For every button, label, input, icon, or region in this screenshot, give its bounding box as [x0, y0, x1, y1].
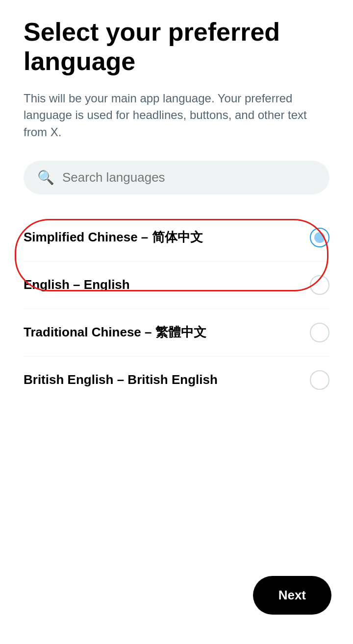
- language-label-english: English – English: [24, 276, 310, 293]
- language-item-english[interactable]: English – English: [24, 262, 329, 309]
- language-item-british-english[interactable]: British English – British English: [24, 357, 329, 404]
- next-button-container: Next: [253, 576, 331, 615]
- language-label-traditional-chinese: Traditional Chinese – 繁體中文: [24, 324, 310, 341]
- language-item-simplified-chinese[interactable]: Simplified Chinese – 简体中文: [24, 214, 329, 262]
- page-description: This will be your main app language. You…: [24, 90, 329, 141]
- page-container: Select your preferred language This will…: [0, 0, 353, 482]
- language-label-british-english: British English – British English: [24, 371, 310, 388]
- next-button[interactable]: Next: [253, 576, 331, 615]
- language-list: Simplified Chinese – 简体中文 English – Engl…: [24, 214, 329, 404]
- radio-traditional-chinese[interactable]: [310, 323, 329, 342]
- page-title: Select your preferred language: [24, 18, 329, 76]
- search-bar[interactable]: 🔍: [24, 161, 329, 194]
- language-item-traditional-chinese[interactable]: Traditional Chinese – 繁體中文: [24, 309, 329, 357]
- search-icon: 🔍: [37, 169, 54, 186]
- radio-simplified-chinese[interactable]: [310, 228, 329, 247]
- radio-english[interactable]: [310, 275, 329, 295]
- search-input[interactable]: [62, 170, 316, 185]
- radio-british-english[interactable]: [310, 370, 329, 390]
- language-label-simplified-chinese: Simplified Chinese – 简体中文: [24, 229, 310, 246]
